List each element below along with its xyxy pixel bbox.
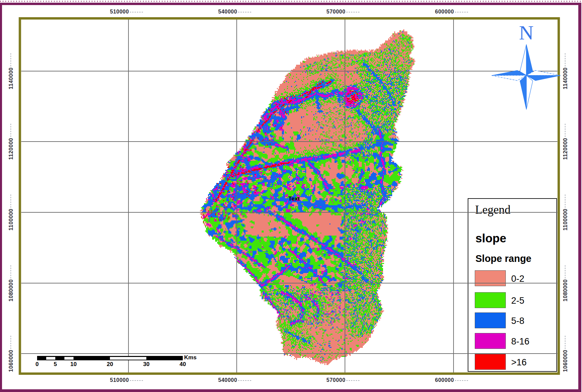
svg-text:N: N — [519, 22, 533, 44]
